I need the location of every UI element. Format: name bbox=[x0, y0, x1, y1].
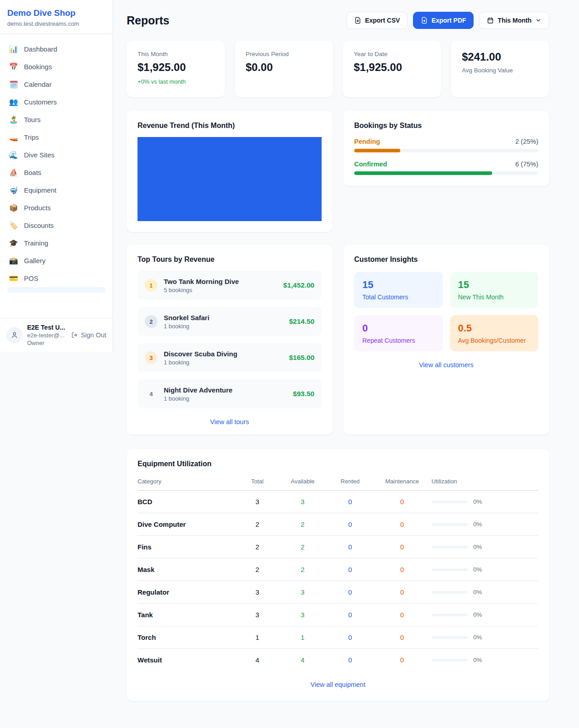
tour-name: Snorkel Safari bbox=[164, 314, 283, 321]
sidebar-item-trips[interactable]: 🚤Trips bbox=[4, 128, 109, 146]
file-download-icon bbox=[421, 17, 428, 24]
utilization-track bbox=[432, 501, 468, 503]
file-download-icon bbox=[354, 17, 361, 24]
utilization-pct: 0% bbox=[473, 611, 482, 618]
sign-out-button[interactable]: Sign Out bbox=[71, 331, 106, 339]
tile-new-this-month: 15 New This Month bbox=[450, 272, 539, 308]
table-row: Mask 2 2 0 0 0% bbox=[138, 558, 538, 581]
view-all-equipment-link[interactable]: View all equipment bbox=[138, 681, 538, 688]
progress-track bbox=[354, 171, 538, 175]
cell-total: 2 bbox=[237, 520, 278, 528]
cell-utilization: 0% bbox=[432, 589, 538, 596]
stat-card-this-month: This Month $1,925.00 +0% vs last month bbox=[127, 41, 225, 97]
tour-amount: $214.50 bbox=[289, 317, 314, 326]
sidebar-item-gallery[interactable]: 📸Gallery bbox=[4, 252, 109, 269]
tour-row: 4 Night Dive Adventure1 booking $93.50 bbox=[138, 379, 322, 408]
export-pdf-button[interactable]: Export PDF bbox=[413, 12, 474, 29]
pos-icon: 💳 bbox=[9, 274, 18, 283]
tour-bookings: 1 booking bbox=[164, 359, 283, 366]
col-maintenance: Maintenance bbox=[373, 478, 432, 485]
status-count: 2 (25%) bbox=[515, 138, 538, 145]
sidebar-item-label: Boats bbox=[24, 169, 41, 176]
tour-bookings: 5 bookings bbox=[164, 287, 277, 293]
stat-label: Avg Booking Value bbox=[462, 67, 538, 74]
products-icon: 📦 bbox=[9, 203, 18, 212]
rank-badge: 2 bbox=[145, 315, 157, 328]
tile-label: Total Customers bbox=[362, 293, 435, 301]
status-label: Pending bbox=[354, 138, 380, 145]
cell-category: Dive Computer bbox=[138, 520, 237, 528]
shop-name: Demo Dive Shop bbox=[7, 8, 105, 18]
cell-category: Torch bbox=[138, 633, 237, 641]
sidebar-item-label: Trips bbox=[24, 133, 39, 141]
table-row: Fins 2 2 0 0 0% bbox=[138, 536, 538, 558]
cell-category: BCD bbox=[138, 498, 237, 506]
cell-available: 1 bbox=[278, 633, 327, 641]
tour-bookings: 1 booking bbox=[164, 323, 283, 330]
bookings-by-status-title: Bookings by Status bbox=[354, 122, 538, 130]
period-select[interactable]: This Month bbox=[479, 12, 549, 29]
view-all-tours-link[interactable]: View all tours bbox=[138, 418, 322, 425]
sidebar-item-boats[interactable]: ⛵Boats bbox=[4, 164, 109, 181]
sidebar-item-customers[interactable]: 👥Customers bbox=[4, 93, 109, 111]
cell-available: 4 bbox=[278, 656, 327, 664]
export-csv-button[interactable]: Export CSV bbox=[346, 12, 408, 29]
sidebar-item-calendar[interactable]: 🗓️Calendar bbox=[4, 76, 109, 93]
gallery-icon: 📸 bbox=[9, 256, 18, 265]
tile-value: 0.5 bbox=[458, 322, 531, 334]
tour-amount: $93.50 bbox=[293, 390, 314, 398]
cell-utilization: 0% bbox=[432, 634, 538, 641]
cell-maintenance: 0 bbox=[373, 588, 432, 596]
cell-available: 3 bbox=[278, 498, 327, 506]
utilization-track bbox=[432, 523, 468, 526]
cell-utilization: 0% bbox=[432, 566, 538, 573]
sidebar-item-training[interactable]: 🎓Training bbox=[4, 234, 109, 252]
insight-tiles: 15 Total Customers 15 New This Month 0 R… bbox=[354, 272, 538, 351]
tour-row: 3 Discover Scuba Diving1 booking $165.00 bbox=[138, 343, 322, 372]
cell-rented: 0 bbox=[327, 520, 373, 528]
cell-rented: 0 bbox=[327, 543, 373, 551]
cell-total: 1 bbox=[237, 633, 278, 641]
cell-total: 2 bbox=[237, 566, 278, 573]
sidebar-item-dashboard[interactable]: 📊Dashboard bbox=[4, 40, 109, 58]
view-all-customers-link[interactable]: View all customers bbox=[354, 361, 538, 369]
table-row: Torch 1 1 0 0 0% bbox=[138, 626, 538, 649]
sidebar-item-discounts[interactable]: 🏷️Discounts bbox=[4, 217, 109, 234]
sidebar-item-label: Bookings bbox=[24, 63, 52, 71]
sidebar-item-label: Products bbox=[24, 204, 51, 212]
charts-row: Revenue Trend (This Month) Bookings by S… bbox=[127, 111, 549, 232]
user-email: e2e-tester@... bbox=[27, 332, 66, 339]
trips-icon: 🚤 bbox=[9, 133, 18, 142]
cell-maintenance: 0 bbox=[373, 656, 432, 664]
utilization-pct: 0% bbox=[473, 589, 482, 596]
calendar-icon: 🗓️ bbox=[9, 80, 18, 89]
sidebar-item-bookings[interactable]: 📅Bookings bbox=[4, 58, 109, 76]
equipment-utilization-title: Equipment Utilization bbox=[138, 460, 538, 468]
sidebar-item-reports-partial[interactable] bbox=[7, 287, 105, 293]
col-total: Total bbox=[237, 478, 278, 485]
user-role: Owner bbox=[27, 340, 66, 346]
utilization-track bbox=[432, 659, 468, 662]
cell-utilization: 0% bbox=[432, 498, 538, 505]
status-row-confirmed: Confirmed 6 (75%) bbox=[354, 161, 538, 175]
rank-badge: 3 bbox=[145, 351, 157, 364]
training-icon: 🎓 bbox=[9, 239, 18, 247]
cell-rented: 0 bbox=[327, 498, 373, 506]
cell-category: Regulator bbox=[138, 588, 237, 596]
cell-category: Fins bbox=[138, 543, 237, 551]
utilization-track bbox=[432, 636, 468, 639]
sidebar-item-equipment[interactable]: 🤿Equipment bbox=[4, 181, 109, 199]
stat-label: This Month bbox=[138, 51, 214, 57]
status-label: Confirmed bbox=[354, 161, 387, 168]
sidebar-item-pos[interactable]: 💳POS bbox=[4, 269, 109, 287]
tour-name: Two Tank Morning Dive bbox=[164, 278, 277, 285]
cell-maintenance: 0 bbox=[373, 611, 432, 619]
table-header: Category Total Available Rented Maintena… bbox=[138, 474, 538, 491]
sidebar-item-label: Customers bbox=[24, 98, 57, 106]
header-actions: Export CSV Export PDF This Month bbox=[346, 12, 549, 29]
sidebar-item-tours[interactable]: 🏝️Tours bbox=[4, 111, 109, 128]
sidebar-item-products[interactable]: 📦Products bbox=[4, 199, 109, 217]
main-content: Reports Export CSV Export PDF This Month… bbox=[113, 0, 579, 719]
cell-maintenance: 0 bbox=[373, 498, 432, 506]
sidebar-item-dive-sites[interactable]: 🌊Dive Sites bbox=[4, 146, 109, 164]
